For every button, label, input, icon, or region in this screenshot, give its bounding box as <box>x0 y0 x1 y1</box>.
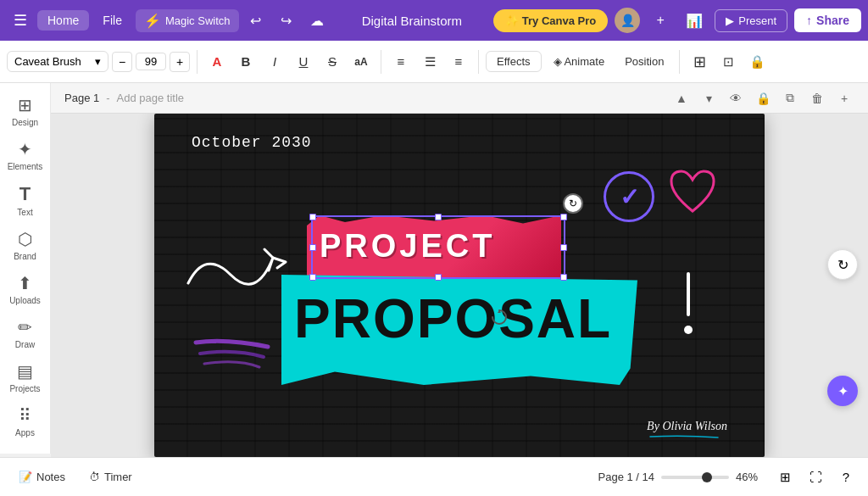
align-center-button[interactable]: ☰ <box>417 49 442 75</box>
present-icon: ▶ <box>726 14 734 27</box>
animate-button[interactable]: ◈ Animate <box>545 52 614 71</box>
undo-button[interactable]: ↩ <box>242 7 270 34</box>
add-page-icon[interactable]: + <box>834 88 854 109</box>
notes-icon: 📝 <box>19 471 32 483</box>
chevron-down-icon: ▾ <box>95 55 101 68</box>
timer-button[interactable]: ⏱ Timer <box>81 467 141 487</box>
canvas-wrapper: October 2030 PROJECT PROPOSAL <box>51 114 868 457</box>
help-button[interactable]: ? <box>834 465 858 489</box>
text-color-button[interactable]: A <box>204 49 230 75</box>
share-icon: ↑ <box>806 14 812 27</box>
zoom-slider[interactable] <box>661 476 729 479</box>
selection-box <box>311 215 565 279</box>
canvas-assist-button[interactable]: ✦ <box>827 376 858 406</box>
separator: - <box>106 92 109 104</box>
sidebar-item-uploads[interactable]: ⬆ Uploads <box>3 268 47 310</box>
decrease-font-size-button[interactable]: − <box>112 52 132 72</box>
date-text: October 2030 <box>192 134 312 151</box>
font-family-select[interactable]: Caveat Brush ▾ <box>7 51 108 72</box>
present-button[interactable]: ▶ Present <box>715 9 787 32</box>
handle-bottom-right[interactable] <box>560 274 567 281</box>
home-button[interactable]: Home <box>37 10 89 31</box>
cloud-save-button[interactable]: ☁ <box>303 7 331 34</box>
canvas-area: Page 1 - Add page title ▲ ▾ 👁 🔒 ⧉ 🗑 + Oc… <box>51 83 868 457</box>
sidebar-item-apps[interactable]: ⠿ Apps <box>3 400 47 443</box>
magic-icon: ⚡ <box>144 13 161 29</box>
fullscreen-button[interactable]: ⛶ <box>804 465 827 489</box>
sidebar-item-draw[interactable]: ✏ Draw <box>3 312 47 354</box>
align-left-button[interactable]: ≡ <box>388 49 414 75</box>
canvas-refresh-button[interactable]: ↻ <box>827 249 858 280</box>
top-navigation: ☰ Home File ⚡ Magic Switch ↩ ↪ ☁ Digital… <box>0 0 868 41</box>
handle-top-mid[interactable] <box>435 214 442 220</box>
font-size-input[interactable] <box>136 53 166 70</box>
share-button[interactable]: ↑ Share <box>794 8 861 32</box>
slide[interactable]: October 2030 PROJECT PROPOSAL <box>154 114 765 457</box>
hamburger-menu[interactable]: ☰ <box>7 7 34 34</box>
rotate-handle[interactable]: ↻ <box>563 193 583 214</box>
slide-content: October 2030 PROJECT PROPOSAL <box>154 114 765 457</box>
delete-page-icon[interactable]: 🗑 <box>807 88 827 109</box>
italic-button[interactable]: I <box>262 49 287 75</box>
formatting-toolbar: Caveat Brush ▾ − + A B I U S aA ≡ ☰ ≡ Ef… <box>0 41 868 83</box>
sidebar-item-elements[interactable]: ✦ Elements <box>3 134 47 176</box>
add-page-title[interactable]: Add page title <box>117 92 185 104</box>
design-icon: ⊞ <box>18 95 32 115</box>
try-canva-pro-button[interactable]: ✨ Try Canva Pro <box>493 9 608 32</box>
lock-page-icon[interactable]: 🔒 <box>753 88 773 109</box>
elements-icon: ✦ <box>18 139 32 159</box>
uploads-icon: ⬆ <box>18 273 32 293</box>
exclamation-sketch <box>680 270 697 338</box>
sidebar-item-design[interactable]: ⊞ Design <box>3 90 47 132</box>
notes-button[interactable]: 📝 Notes <box>10 467 74 487</box>
sidebar-item-projects[interactable]: ▤ Projects <box>3 356 47 398</box>
add-user-button[interactable]: + <box>647 7 674 34</box>
increase-font-size-button[interactable]: + <box>170 52 190 72</box>
font-size-control: − + <box>112 52 190 72</box>
sketch-arrow <box>180 232 298 300</box>
position-button[interactable]: Position <box>616 52 672 71</box>
effects-button[interactable]: Effects <box>486 51 542 72</box>
underline-button[interactable]: U <box>291 49 316 75</box>
copy-page-icon[interactable]: ⧉ <box>780 88 800 109</box>
document-title[interactable]: Digital Brainstorm <box>362 14 462 28</box>
bold-button[interactable]: B <box>233 49 259 75</box>
font-size-aa-button[interactable]: aA <box>348 49 374 75</box>
handle-left-mid[interactable] <box>309 244 316 251</box>
align-right-button[interactable]: ≡ <box>446 49 471 75</box>
strikethrough-button[interactable]: S <box>320 49 345 75</box>
sidebar-item-brand[interactable]: ⬡ Brand <box>3 224 47 266</box>
grid-view-button[interactable]: ⊞ <box>773 465 797 489</box>
grid-button[interactable]: ⊞ <box>687 49 712 75</box>
proposal-text: PROPOSAL <box>294 287 612 350</box>
animate-icon: ◈ <box>554 55 562 68</box>
projects-icon: ▤ <box>17 361 33 382</box>
nav-right-actions: ✨ Try Canva Pro 👤 + 📊 ▶ Present ↑ Share <box>493 7 861 34</box>
zoom-thumb[interactable] <box>702 472 712 482</box>
arrow-up-icon[interactable]: ▲ <box>671 88 692 109</box>
eye-icon[interactable]: 👁 <box>726 88 746 109</box>
file-button[interactable]: File <box>92 10 132 31</box>
zoom-percentage: 46% <box>736 471 766 483</box>
left-sidebar: ⊞ Design ✦ Elements T Text ⬡ Brand ⬆ Upl… <box>0 83 51 454</box>
checkmark-circle <box>604 171 654 222</box>
lock-button[interactable]: 🔒 <box>744 49 770 75</box>
redo-button[interactable]: ↪ <box>273 7 300 34</box>
handle-bottom-left[interactable] <box>309 274 316 281</box>
brush-strokes <box>192 330 276 372</box>
crop-button[interactable]: ⊡ <box>715 49 741 75</box>
arrow-down-icon[interactable]: ▾ <box>698 88 719 109</box>
magic-switch-button[interactable]: ⚡ Magic Switch <box>136 9 239 32</box>
handle-right-mid[interactable] <box>560 244 567 251</box>
handle-top-right[interactable] <box>560 214 567 220</box>
apps-icon: ⠿ <box>19 405 31 426</box>
handle-bottom-mid[interactable] <box>435 274 442 281</box>
analytics-button[interactable]: 📊 <box>681 7 708 34</box>
separator-3 <box>478 50 479 74</box>
avatar[interactable]: 👤 <box>615 8 640 33</box>
text-icon: T <box>19 183 31 205</box>
zoom-slider-wrap <box>661 476 729 479</box>
handle-top-left[interactable] <box>309 214 316 220</box>
author-underline <box>612 435 756 438</box>
sidebar-item-text[interactable]: T Text <box>3 178 47 222</box>
